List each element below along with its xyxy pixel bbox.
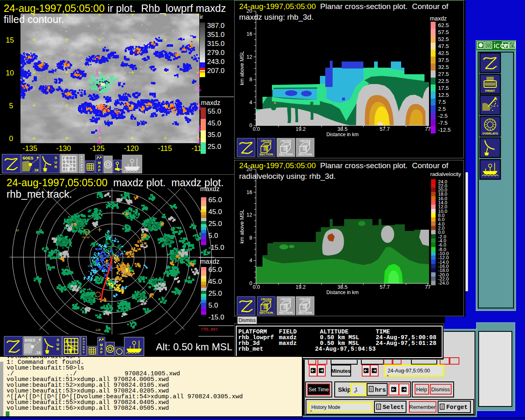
svg-text:42.5: 42.5	[438, 50, 449, 56]
svg-text:62.5: 62.5	[438, 22, 449, 28]
svg-text:0.0: 0.0	[253, 126, 260, 132]
svg-text:4: 4	[249, 258, 252, 263]
svg-text:57.7: 57.7	[380, 126, 390, 132]
svg-text:25.0: 25.0	[208, 220, 222, 228]
svg-text:.IR: .IR	[34, 351, 41, 355]
svg-text:351.0: 351.0	[207, 31, 225, 39]
svg-text:45.0: 45.0	[208, 119, 221, 127]
svg-text:207.0: 207.0	[207, 67, 225, 75]
svg-text:8: 8	[249, 77, 252, 82]
svg-text:N: N	[81, 164, 82, 166]
svg-text:hrs: hrs	[375, 387, 386, 394]
svg-text:SECTION: SECTION	[279, 153, 292, 156]
svg-text:SECTION: SECTION	[259, 153, 273, 156]
svg-text:D: D	[83, 348, 85, 351]
svg-text:38.5: 38.5	[338, 284, 347, 290]
svg-text:Minutes: Minutes	[331, 368, 350, 374]
svg-text:Select: Select	[383, 404, 404, 411]
svg-text:CROSS: CROSS	[261, 297, 272, 301]
svg-text:Dismiss: Dismiss	[431, 386, 450, 393]
svg-text:-125: -125	[95, 329, 100, 331]
svg-text:P: P	[98, 168, 100, 172]
svg-text:22.5: 22.5	[438, 78, 449, 84]
svg-text:maxdz: maxdz	[200, 258, 219, 265]
svg-text:0: 0	[249, 281, 252, 286]
svg-text:-130: -130	[56, 144, 71, 153]
svg-text:Help: Help	[416, 386, 427, 393]
svg-text:-15.0: -15.0	[208, 313, 224, 321]
svg-text:.IR: .IR	[32, 169, 39, 173]
svg-text:OVERLAYS: OVERLAYS	[482, 132, 498, 135]
svg-text:CROSS: CROSS	[281, 297, 292, 301]
svg-text:-7.5: -7.5	[438, 120, 447, 126]
svg-text:S: S	[83, 351, 84, 354]
svg-text:Remember: Remember	[409, 404, 436, 410]
svg-text:8: 8	[249, 235, 252, 241]
svg-text:CROSS: CROSS	[281, 139, 292, 143]
svg-text:20: 20	[247, 167, 252, 172]
svg-text:38.5: 38.5	[338, 126, 347, 132]
svg-text:U: U	[55, 160, 57, 164]
svg-text:0.0: 0.0	[253, 284, 260, 290]
svg-text:CROSS: CROSS	[261, 139, 272, 143]
svg-text:SECTION: SECTION	[298, 311, 312, 315]
svg-text:52.5: 52.5	[438, 36, 449, 42]
svg-text:57.7: 57.7	[380, 284, 390, 290]
svg-text:^: ^	[354, 391, 356, 395]
svg-text:7.5: 7.5	[438, 99, 446, 105]
svg-text:Distance in km: Distance in km	[326, 132, 359, 137]
svg-text:-120: -120	[124, 144, 139, 153]
svg-text:57.5: 57.5	[438, 29, 449, 35]
svg-text:-15.0: -15.0	[208, 244, 224, 251]
svg-text:25.0: 25.0	[208, 143, 221, 151]
svg-text:77: 77	[425, 126, 431, 132]
svg-text:SECTION: SECTION	[259, 311, 273, 315]
svg-text:R: R	[57, 347, 59, 351]
svg-text:U: U	[57, 342, 59, 347]
svg-text:CROSS: CROSS	[300, 139, 311, 143]
svg-text:19.2: 19.2	[296, 126, 306, 132]
svg-text:387.0: 387.0	[207, 22, 225, 30]
svg-text:243.0: 243.0	[207, 58, 225, 66]
svg-text:12.5: 12.5	[438, 92, 449, 98]
svg-text:45.0: 45.0	[208, 208, 222, 216]
svg-text:27.5: 27.5	[438, 71, 449, 77]
svg-text:O: O	[81, 158, 83, 161]
svg-text:O: O	[83, 340, 85, 343]
svg-text:GOES: GOES	[23, 156, 34, 161]
svg-text:5.0: 5.0	[208, 301, 218, 309]
svg-text:-2.5: -2.5	[438, 113, 447, 119]
svg-text:20: 20	[247, 8, 252, 14]
svg-text:-24.0: -24.0	[438, 281, 449, 285]
svg-text:B: B	[81, 155, 83, 158]
svg-text:maxdz: maxdz	[201, 99, 220, 106]
svg-text:x---x: x---x	[84, 237, 89, 239]
svg-text:10: 10	[6, 69, 14, 77]
svg-text:0: 0	[9, 135, 13, 143]
svg-text:GOES: GOES	[25, 338, 36, 343]
svg-text:Forget: Forget	[446, 404, 468, 411]
svg-text:65.0: 65.0	[208, 196, 222, 204]
svg-text:25.0: 25.0	[208, 290, 222, 297]
svg-text:PRINT: PRINT	[485, 89, 495, 93]
svg-text:-12.5: -12.5	[438, 127, 451, 133]
svg-text:CROSS: CROSS	[300, 297, 311, 301]
svg-text:47.5: 47.5	[438, 43, 449, 49]
svg-text:4: 4	[249, 100, 252, 105]
svg-text:19.2: 19.2	[296, 284, 306, 290]
svg-text:0: 0	[249, 123, 252, 128]
svg-text:77: 77	[425, 284, 431, 290]
svg-text:24-Aug-97,5:05:00: 24-Aug-97,5:05:00	[388, 368, 430, 374]
svg-text:10: 10	[16, 229, 19, 232]
svg-text:2.5: 2.5	[438, 106, 446, 112]
svg-text:-125: -125	[90, 144, 105, 153]
svg-text:^: ^	[387, 374, 389, 379]
svg-text:5.0: 5.0	[208, 232, 218, 240]
svg-text:S: S	[57, 338, 59, 342]
svg-text:12: 12	[247, 54, 252, 60]
svg-text:17.5: 17.5	[438, 85, 449, 91]
svg-text:U: U	[81, 161, 82, 163]
svg-text:-135: -135	[23, 144, 37, 153]
svg-text:History Mode: History Mode	[311, 404, 340, 410]
svg-text:km above MSL: km above MSL	[239, 51, 245, 85]
